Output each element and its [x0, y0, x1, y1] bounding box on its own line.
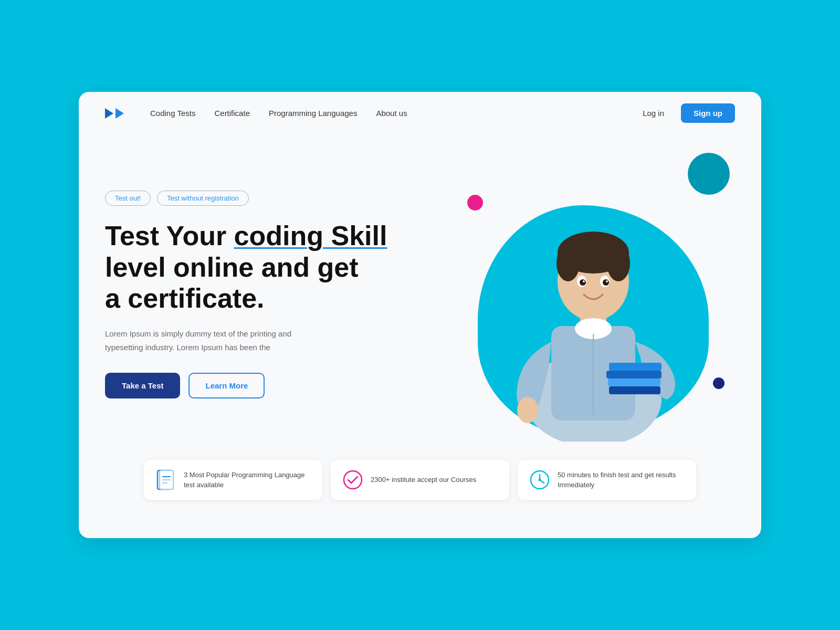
svg-point-5	[556, 245, 580, 281]
nav-links: Coding Tests Certificate Programming Lan…	[150, 109, 634, 118]
svg-point-26	[344, 471, 362, 489]
person-svg	[488, 179, 698, 442]
stats-row: 3 Most Popular Programming Language test…	[79, 449, 761, 521]
navbar: Coding Tests Certificate Programming Lan…	[79, 92, 761, 134]
nav-certificate[interactable]: Certificate	[214, 109, 250, 118]
stat-card-2: 2300+ institute accept our Courses	[331, 460, 509, 500]
hero-title-underline: coding Skill	[234, 220, 387, 251]
svg-rect-17	[608, 379, 660, 386]
nav-programming-languages[interactable]: Programming Languages	[269, 109, 357, 118]
stat-icon-document	[155, 469, 176, 490]
svg-point-30	[539, 479, 541, 481]
svg-point-11	[583, 280, 585, 282]
dot-pink	[467, 195, 483, 211]
stat-card-3: 50 minutes to finish test and get result…	[518, 460, 696, 500]
page-wrapper: Coding Tests Certificate Programming Lan…	[42, 60, 798, 570]
login-button[interactable]: Log in	[634, 104, 673, 122]
tag-test-out: Test out!	[105, 191, 151, 206]
nav-actions: Log in Sign up	[634, 103, 735, 123]
svg-rect-16	[606, 371, 662, 379]
stat-text-2: 2300+ institute accept our Courses	[371, 475, 476, 485]
hero-description: Lorem Ipsum is simply dummy text of the …	[105, 327, 326, 354]
hero-right	[452, 153, 735, 436]
stat-text-1: 3 Most Popular Programming Language test…	[184, 470, 311, 490]
svg-rect-18	[609, 386, 660, 394]
stat-card-1: 3 Most Popular Programming Language test…	[144, 460, 322, 500]
nav-about-us[interactable]: About us	[376, 109, 407, 118]
tag-group: Test out! Test without registration	[105, 191, 430, 206]
learn-more-button[interactable]: Learn More	[188, 373, 265, 398]
tag-no-registration: Test without registration	[157, 191, 249, 206]
svg-point-10	[603, 279, 609, 286]
main-card: Coding Tests Certificate Programming Lan…	[79, 92, 761, 538]
logo	[105, 108, 124, 119]
hero-left: Test out! Test without registration Test…	[105, 191, 452, 398]
signup-button[interactable]: Sign up	[681, 103, 735, 123]
stat-icon-check	[342, 469, 363, 490]
svg-rect-14	[524, 400, 531, 415]
stat-text-3: 50 minutes to finish test and get result…	[558, 470, 685, 490]
hero-section: Test out! Test without registration Test…	[79, 134, 761, 449]
dot-blue-small	[713, 377, 724, 389]
take-test-button[interactable]: Take a Test	[105, 373, 180, 398]
hero-person	[488, 179, 698, 442]
hero-buttons: Take a Test Learn More	[105, 373, 430, 398]
svg-point-6	[607, 245, 630, 281]
logo-arrow1	[105, 108, 113, 119]
svg-point-12	[606, 280, 608, 282]
hero-title: Test Your coding Skill level online and …	[105, 220, 430, 314]
svg-rect-15	[609, 363, 662, 371]
stat-icon-clock	[529, 469, 550, 490]
logo-arrow2	[116, 108, 124, 119]
svg-point-9	[580, 279, 586, 286]
nav-coding-tests[interactable]: Coding Tests	[150, 109, 195, 118]
